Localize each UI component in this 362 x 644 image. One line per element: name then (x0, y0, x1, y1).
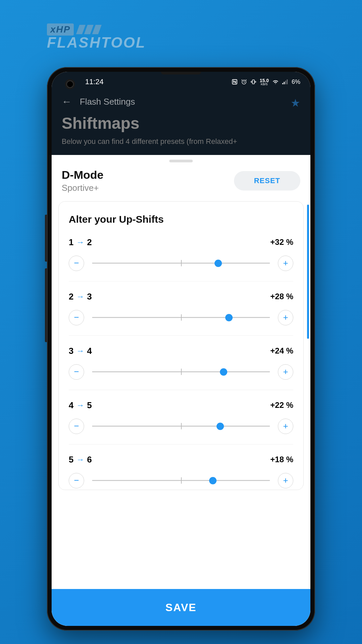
svg-rect-5 (285, 80, 286, 84)
shift-value: +18 % (270, 455, 293, 464)
bottom-sheet: D-Mode Sportive+ RESET Alter your Up-Shi… (52, 155, 310, 626)
slider-thumb[interactable] (225, 314, 233, 321)
battery-percent: 6% (292, 78, 300, 86)
phone-speaker (161, 72, 201, 74)
shift-row: 5 → 6 +18 % − + (69, 454, 293, 490)
shift-slider[interactable] (92, 426, 270, 427)
decrement-button[interactable]: − (69, 419, 84, 434)
shift-label: 3 → 4 (69, 346, 92, 356)
shift-slider[interactable] (92, 317, 270, 318)
phone-frame: 11:24 15.0 KB/S (47, 67, 315, 631)
logo-text: FLASHTOOL (47, 34, 146, 51)
svg-rect-2 (252, 80, 254, 84)
header-title: Flash Settings (80, 97, 135, 107)
shift-label: 2 → 3 (69, 291, 92, 302)
shift-label: 1 → 2 (69, 237, 92, 248)
shift-slider[interactable] (92, 480, 270, 481)
mode-title: D-Mode (62, 168, 104, 181)
dark-header: ← Flash Settings ★ Shiftmaps Below you c… (52, 92, 310, 155)
arrow-right-icon: → (76, 346, 84, 356)
shift-slider[interactable] (92, 371, 270, 372)
decrement-button[interactable]: − (69, 473, 84, 488)
back-arrow-icon[interactable]: ← (62, 96, 72, 107)
app-logo: xHP FLASHTOOL (47, 23, 146, 51)
shift-row: 2 → 3 +28 % − + (69, 291, 293, 336)
shift-row: 4 → 5 +22 % − + (69, 400, 293, 444)
increment-button[interactable]: + (278, 256, 293, 271)
status-bar: 11:24 15.0 KB/S (52, 72, 310, 92)
star-icon[interactable]: ★ (291, 97, 300, 109)
arrow-right-icon: → (76, 400, 84, 410)
slider-thumb[interactable] (217, 423, 224, 430)
slider-thumb[interactable] (220, 368, 227, 376)
shift-label: 5 → 6 (69, 454, 92, 465)
decrement-button[interactable]: − (69, 310, 84, 325)
slider-thumb[interactable] (215, 260, 222, 267)
shift-value: +28 % (270, 292, 293, 301)
decrement-button[interactable]: − (69, 256, 84, 271)
vibrate-icon (250, 79, 256, 85)
svg-rect-4 (284, 82, 285, 84)
shift-label: 4 → 5 (69, 400, 92, 411)
svg-rect-6 (287, 79, 288, 84)
shift-row: 3 → 4 +24 % − + (69, 346, 293, 390)
logo-badge: xHP (47, 23, 74, 36)
arrow-right-icon: → (76, 292, 84, 301)
sheet-handle[interactable] (169, 160, 193, 162)
network-speed: 15.0 KB/S (260, 78, 269, 86)
decrement-button[interactable]: − (69, 364, 84, 380)
shift-value: +22 % (270, 400, 293, 410)
upshifts-card: Alter your Up-Shifts 1 → 2 +32 % − + 2 →… (58, 201, 304, 490)
increment-button[interactable]: + (278, 310, 293, 325)
arrow-right-icon: → (76, 237, 84, 247)
alarm-icon (241, 79, 247, 85)
shift-value: +32 % (270, 237, 293, 247)
page-subtitle: Below you can find 4 different presets (… (62, 137, 300, 147)
increment-button[interactable]: + (278, 473, 293, 488)
status-time: 11:24 (85, 77, 104, 86)
camera-punch-hole (65, 79, 75, 89)
scroll-indicator[interactable] (307, 205, 309, 339)
arrow-right-icon: → (76, 455, 84, 464)
svg-rect-3 (282, 83, 283, 85)
shift-row: 1 → 2 +32 % − + (69, 237, 293, 281)
signal-icon (282, 79, 288, 85)
slider-thumb[interactable] (209, 477, 217, 484)
reset-button[interactable]: RESET (234, 171, 300, 191)
mode-subtitle: Sportive+ (62, 183, 104, 193)
increment-button[interactable]: + (278, 364, 293, 380)
page-title: Shiftmaps (62, 114, 300, 132)
wifi-icon (272, 79, 279, 85)
save-button[interactable]: SAVE (52, 589, 310, 626)
shift-value: +24 % (270, 346, 293, 356)
increment-button[interactable]: + (278, 419, 293, 434)
shift-slider[interactable] (92, 263, 270, 264)
card-title: Alter your Up-Shifts (69, 214, 293, 225)
nfc-icon (232, 79, 238, 85)
